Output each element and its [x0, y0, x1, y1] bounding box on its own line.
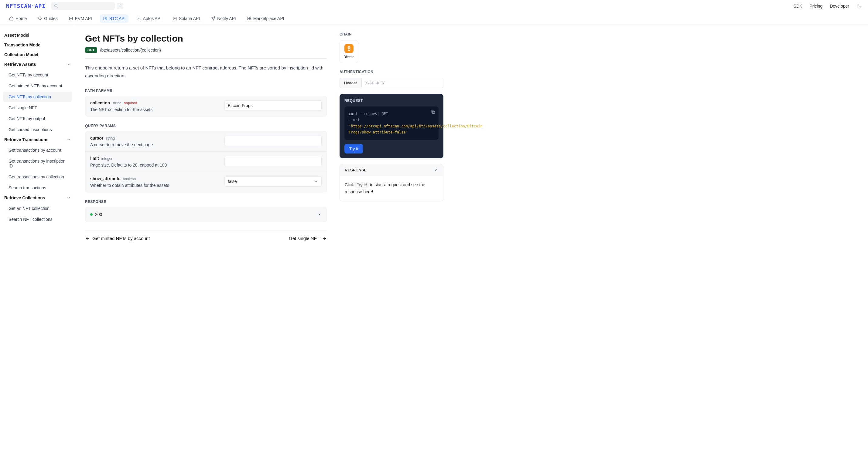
chain-card[interactable]: ₿ Bitcoin	[340, 40, 359, 63]
svg-rect-4	[248, 17, 249, 18]
select-value: false	[228, 179, 237, 184]
diamond-icon	[38, 16, 42, 21]
tab-guides-label: Guides	[44, 16, 57, 21]
tab-aptos-api[interactable]: Aptos API	[133, 14, 164, 23]
next-page-link[interactable]: Get single NFT	[289, 236, 327, 241]
nav-developer[interactable]: Developer	[830, 4, 849, 8]
method-badge: GET	[85, 47, 97, 53]
param-desc: Page size. Defaults to 20, capped at 100	[90, 163, 218, 167]
param-desc: Whether to obtain attributes for the ass…	[90, 183, 218, 188]
sidebar-item-search-tx[interactable]: Search transactions	[3, 182, 72, 193]
theme-toggle-icon[interactable]	[857, 3, 862, 9]
prev-page-label: Get minted NFTs by account	[92, 236, 150, 241]
code-url-flag: --url	[349, 118, 360, 122]
svg-rect-6	[248, 19, 249, 20]
svg-rect-2	[137, 17, 140, 20]
sidebar-item-tx-by-inscription[interactable]: Get transactions by inscription ID	[3, 156, 72, 171]
sidebar-item-tx-by-collection[interactable]: Get transactions by collection	[3, 172, 72, 182]
sidebar-item-single-nft[interactable]: Get single NFT	[3, 103, 72, 113]
code-curl: curl	[349, 112, 358, 116]
sidebar-item-nfts-by-account[interactable]: Get NFTs by account	[3, 70, 72, 80]
arrow-left-icon	[85, 236, 90, 241]
chevron-down-icon	[66, 62, 71, 66]
input-limit[interactable]	[224, 156, 322, 166]
param-desc: The NFT collection for the assets	[90, 107, 218, 112]
sidebar-retrieve-transactions[interactable]: Retrieve Transactions	[3, 135, 72, 144]
expand-icon[interactable]	[317, 212, 322, 216]
try-it-button[interactable]: Try It	[344, 144, 363, 154]
grid-icon	[247, 16, 251, 21]
tab-solana-api[interactable]: Solana API	[169, 14, 203, 23]
btc-icon	[103, 16, 107, 21]
tab-home[interactable]: Home	[6, 14, 30, 23]
sidebar-item-cursed[interactable]: Get cursed inscriptions	[3, 124, 72, 135]
sidebar-collection-model[interactable]: Collection Model	[3, 50, 72, 60]
chevron-down-icon	[314, 179, 318, 183]
chain-name: Bitcoin	[343, 55, 354, 59]
status-dot-icon	[90, 213, 93, 216]
sidebar-retrieve-tx-label: Retrieve Transactions	[4, 137, 49, 142]
home-icon	[9, 16, 14, 21]
search-input[interactable]	[61, 4, 112, 8]
square-icon	[69, 16, 73, 21]
path-params-label: PATH PARAMS	[85, 89, 327, 93]
chevron-down-icon	[66, 196, 71, 200]
nav-sdk[interactable]: SDK	[794, 4, 802, 8]
sidebar-item-get-collection[interactable]: Get an NFT collection	[3, 203, 72, 213]
tab-btc-api[interactable]: BTC API	[100, 14, 129, 23]
tab-marketplace-api[interactable]: Marketplace API	[244, 14, 287, 23]
tab-notify-api[interactable]: Notify API	[208, 14, 239, 23]
response-status-card[interactable]: 200	[85, 207, 327, 222]
tab-home-label: Home	[16, 16, 27, 21]
sidebar-item-search-collections[interactable]: Search NFT collections	[3, 214, 72, 225]
select-show-attribute[interactable]: false	[224, 176, 322, 187]
slash-key-hint: /	[117, 3, 123, 9]
bitcoin-icon: ₿	[344, 44, 353, 53]
auth-input[interactable]	[362, 78, 443, 88]
arrow-right-icon	[322, 236, 327, 241]
sidebar-asset-model[interactable]: Asset Model	[3, 30, 72, 40]
nav-pricing[interactable]: Pricing	[809, 4, 823, 8]
sidebar-item-nfts-by-output[interactable]: Get NFTs by output	[3, 113, 72, 124]
copy-icon[interactable]	[431, 109, 436, 114]
param-name-cursor: cursor	[90, 136, 103, 140]
auth-header-label: Header	[340, 78, 362, 88]
sidebar-item-tx-by-account[interactable]: Get transactions by account	[3, 145, 72, 155]
sidebar-retrieve-assets-label: Retrieve Assets	[4, 62, 36, 67]
search-box[interactable]	[51, 2, 115, 10]
param-type: string	[112, 101, 121, 105]
expand-icon[interactable]	[434, 168, 438, 172]
sidebar-transaction-model[interactable]: Transaction Model	[3, 40, 72, 50]
svg-rect-7	[249, 19, 251, 20]
status-code: 200	[95, 212, 102, 217]
response-hint-pre: Click	[345, 182, 354, 187]
param-required: required	[124, 101, 137, 105]
tab-notify-label: Notify API	[217, 16, 236, 21]
input-cursor[interactable]	[224, 136, 322, 146]
input-collection[interactable]	[224, 100, 322, 111]
sidebar-retrieve-assets[interactable]: Retrieve Assets	[3, 60, 72, 69]
svg-rect-5	[249, 17, 251, 18]
tab-guides[interactable]: Guides	[35, 14, 60, 23]
send-icon	[211, 16, 215, 21]
param-type: boolean	[123, 177, 136, 181]
next-page-label: Get single NFT	[289, 236, 319, 241]
tab-evm-label: EVM API	[75, 16, 92, 21]
sidebar-retrieve-collections[interactable]: Retrieve Collections	[3, 193, 72, 203]
svg-rect-8	[432, 111, 435, 113]
prev-page-link[interactable]: Get minted NFTs by account	[85, 236, 150, 241]
code-block: curl --request GET --url 'https://btcapi…	[344, 106, 439, 140]
endpoint-description: This endpoint returns a set of NFTs that…	[85, 64, 327, 79]
tab-solana-label: Solana API	[179, 16, 200, 21]
tab-evm-api[interactable]: EVM API	[66, 14, 95, 23]
param-name-limit: limit	[90, 156, 99, 161]
code-url: 'https://btcapi.nftscan.com/api/btc/asse…	[349, 124, 483, 134]
sidebar-retrieve-coll-label: Retrieve Collections	[4, 195, 45, 200]
chain-label: CHAIN	[340, 32, 443, 36]
param-desc: A cursor to retrieve the next page	[90, 142, 218, 147]
logo[interactable]: NFTSCAN·API	[6, 3, 45, 9]
auth-label: AUTHENTICATION	[340, 70, 443, 74]
response-hint: Click Try It! to start a request and see…	[340, 176, 443, 201]
sidebar-item-minted-by-account[interactable]: Get minted NFTs by account	[3, 81, 72, 91]
sidebar-item-nfts-by-collection[interactable]: Get NFTs by collection	[3, 92, 72, 102]
